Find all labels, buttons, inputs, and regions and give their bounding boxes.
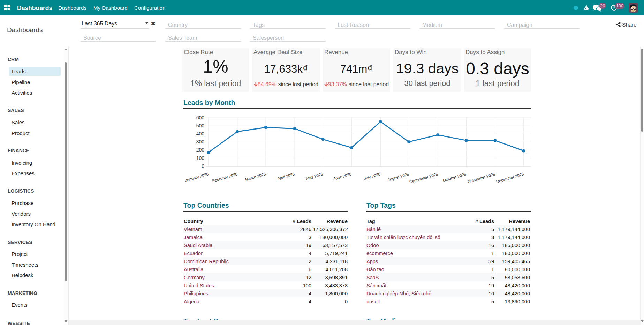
svg-text:September 2025: September 2025 bbox=[409, 172, 438, 184]
svg-text:February 2025: February 2025 bbox=[212, 172, 238, 183]
svg-text:100: 100 bbox=[196, 155, 205, 161]
svg-text:October 2025: October 2025 bbox=[442, 172, 467, 183]
svg-text:June 2025: June 2025 bbox=[333, 172, 352, 181]
svg-text:March 2025: March 2025 bbox=[245, 172, 266, 182]
svg-text:400: 400 bbox=[196, 131, 205, 136]
svg-text:July 2025: July 2025 bbox=[363, 172, 381, 180]
svg-text:January 2025: January 2025 bbox=[184, 172, 209, 183]
svg-text:April 2025: April 2025 bbox=[276, 172, 295, 181]
svg-text:May 2025: May 2025 bbox=[305, 172, 324, 180]
svg-text:December 2025: December 2025 bbox=[496, 172, 524, 184]
svg-text:August 2025: August 2025 bbox=[387, 172, 409, 182]
svg-text:200: 200 bbox=[196, 147, 205, 153]
svg-text:0: 0 bbox=[202, 163, 204, 169]
svg-text:600: 600 bbox=[196, 115, 205, 120]
svg-text:500: 500 bbox=[196, 123, 205, 128]
svg-text:November 2025: November 2025 bbox=[467, 172, 496, 184]
svg-text:300: 300 bbox=[196, 139, 205, 145]
